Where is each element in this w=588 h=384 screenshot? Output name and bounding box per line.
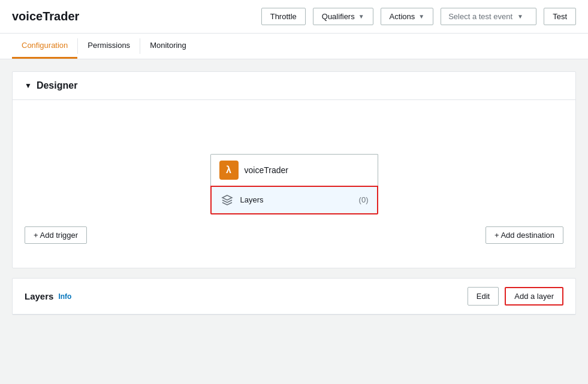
layers-stack-icon — [220, 193, 234, 207]
layers-section: Layers Info Edit Add a layer — [12, 278, 576, 315]
designer-section: ▼ Designer + Add trigger λ voiceTrader — [12, 71, 576, 268]
qualifiers-button[interactable]: Qualifiers ▼ — [313, 8, 373, 25]
designer-canvas: + Add trigger λ voiceTrader — [13, 100, 575, 268]
chevron-down-icon: ▼ — [517, 13, 523, 20]
layers-box[interactable]: Layers (0) — [210, 186, 378, 214]
tab-permissions[interactable]: Permissions — [78, 34, 140, 59]
qualifiers-label: Qualifiers — [322, 12, 355, 21]
add-destination-label: + Add destination — [494, 231, 554, 240]
add-trigger-button[interactable]: + Add trigger — [25, 226, 87, 244]
tab-configuration[interactable]: Configuration — [12, 34, 77, 59]
collapse-triangle-icon: ▼ — [25, 81, 32, 90]
add-destination-button[interactable]: + Add destination — [486, 226, 563, 244]
lambda-header: λ voiceTrader — [210, 154, 378, 186]
lambda-function-box: λ voiceTrader Layers (0) — [210, 154, 378, 214]
app-title: voiceTrader — [12, 10, 79, 23]
chevron-down-icon: ▼ — [418, 13, 424, 20]
lambda-function-name: voiceTrader — [245, 165, 288, 175]
designer-title: Designer — [37, 80, 77, 91]
select-test-event-dropdown[interactable]: Select a test event ▼ — [441, 8, 536, 25]
layers-label: Layers — [240, 195, 353, 204]
layers-section-title: Layers — [25, 291, 53, 301]
layers-section-header: Layers Info Edit Add a layer — [13, 279, 575, 315]
throttle-label: Throttle — [270, 12, 297, 21]
test-button[interactable]: Test — [544, 8, 576, 25]
info-link[interactable]: Info — [58, 292, 71, 301]
header: voiceTrader Throttle Qualifiers ▼ Action… — [0, 0, 588, 34]
add-layer-button[interactable]: Add a layer — [505, 287, 563, 306]
layers-count: (0) — [359, 195, 369, 204]
chevron-down-icon: ▼ — [358, 13, 364, 20]
add-layer-label: Add a layer — [514, 292, 554, 301]
actions-label: Actions — [390, 12, 415, 21]
add-trigger-label: + Add trigger — [34, 231, 78, 240]
select-event-placeholder: Select a test event — [448, 12, 512, 21]
tab-monitoring[interactable]: Monitoring — [140, 34, 196, 59]
actions-button[interactable]: Actions ▼ — [381, 8, 434, 25]
edit-label: Edit — [477, 292, 490, 301]
test-label: Test — [553, 12, 567, 21]
layers-section-actions: Edit Add a layer — [468, 287, 563, 306]
designer-section-header: ▼ Designer — [13, 72, 575, 100]
layers-section-title-group: Layers Info — [25, 291, 71, 301]
tab-bar: Configuration Permissions Monitoring — [0, 34, 588, 59]
edit-button[interactable]: Edit — [468, 287, 499, 306]
lambda-icon: λ — [219, 161, 239, 180]
throttle-button[interactable]: Throttle — [261, 8, 306, 25]
main-content: ▼ Designer + Add trigger λ voiceTrader — [0, 59, 588, 327]
